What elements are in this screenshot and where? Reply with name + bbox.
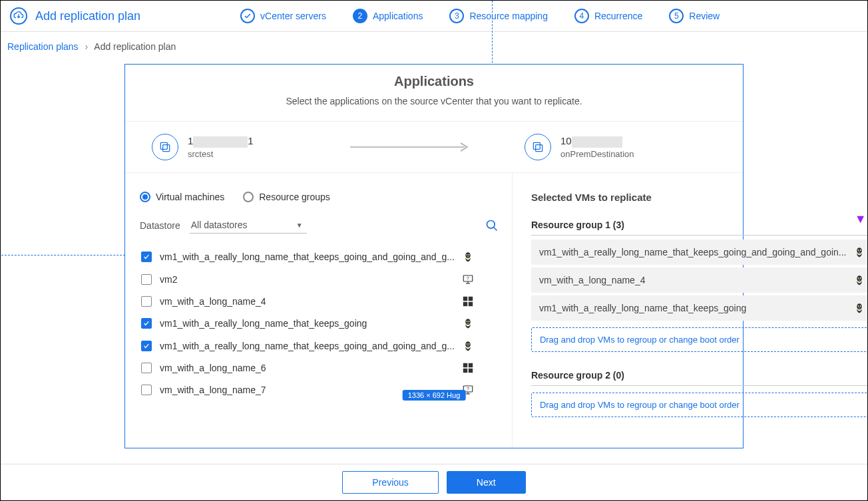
radio-icon xyxy=(140,192,150,202)
svg-point-44 xyxy=(859,305,861,307)
check-icon xyxy=(240,9,255,23)
datastore-select[interactable]: All datastores ▼ xyxy=(190,217,307,234)
source-dest-bar: 1xxxxxxx1 srctest 10xxxxxxx onPremDestin… xyxy=(125,121,743,173)
svg-rect-3 xyxy=(533,142,540,149)
header: Add replication plan vCenter servers 2 A… xyxy=(1,1,867,32)
caret-down-icon: ▼ xyxy=(296,222,303,229)
step-number: 4 xyxy=(574,9,589,23)
group-title: Resource group 1 (3) xyxy=(531,220,624,230)
svg-point-39 xyxy=(859,277,861,279)
vm-row[interactable]: vm1_with_a_really_long_name_that_keeps_g… xyxy=(140,246,499,268)
source-name: srctest xyxy=(188,149,254,159)
radio-resource-groups[interactable]: Resource groups xyxy=(243,192,330,202)
radio-icon xyxy=(243,192,254,202)
step-label: Review xyxy=(689,11,720,21)
step-label: Applications xyxy=(373,11,423,21)
svg-rect-26 xyxy=(463,369,467,373)
breadcrumb-current: Add replication plan xyxy=(94,41,176,52)
dest-name: onPremDestination xyxy=(560,149,634,159)
vm-checkbox[interactable] xyxy=(141,385,152,395)
step-number: 2 xyxy=(353,9,367,23)
select-value: All datastores xyxy=(191,220,248,230)
vm-row[interactable]: vm2? xyxy=(140,268,499,291)
panel-title: Applications xyxy=(125,74,743,89)
vm-row[interactable]: vm1_with_a_really_long_name_that_keeps_g… xyxy=(140,312,499,335)
resource-group-header: ▼Resource group 1 (3) xyxy=(531,219,868,236)
selected-vm-name: vm1_with_a_really_long_name_that_keeps_g… xyxy=(539,247,847,257)
linux-icon xyxy=(461,317,475,329)
windows-icon xyxy=(461,363,475,373)
svg-point-38 xyxy=(857,277,859,279)
vm-row[interactable]: vm_with_a_long_name_6 xyxy=(140,357,499,379)
drag-indicator-icon: ▼ xyxy=(855,212,867,226)
selected-vm-row[interactable]: vm1_with_a_really_long_name_that_keeps_g… xyxy=(531,295,868,321)
svg-point-34 xyxy=(859,250,861,251)
breadcrumb-root[interactable]: Replication plans xyxy=(7,41,79,52)
cloud-sync-icon xyxy=(10,7,27,25)
source-item: 1xxxxxxx1 srctest xyxy=(152,134,343,160)
vm-row[interactable]: vm1_with_a_really_long_name_that_keeps_g… xyxy=(140,335,499,357)
footer: Previous Next xyxy=(1,464,867,500)
step-review[interactable]: 5 Review xyxy=(669,9,720,23)
selected-panel: Selected VMs to replicate ▼Resource grou… xyxy=(513,173,868,448)
vcenter-icon xyxy=(525,134,551,160)
svg-rect-24 xyxy=(463,363,467,367)
selected-vm-name: vm1_with_a_really_long_name_that_keeps_g… xyxy=(539,303,847,313)
page-title: Add replication plan xyxy=(35,9,140,23)
vm-checkbox[interactable] xyxy=(141,251,152,262)
step-recurrence[interactable]: 4 Recurrence xyxy=(574,9,642,23)
search-icon[interactable] xyxy=(485,219,499,232)
linux-icon xyxy=(853,274,867,286)
vm-checkbox[interactable] xyxy=(141,341,152,351)
vm-name: vm1_with_a_really_long_name_that_keeps_g… xyxy=(160,341,455,351)
selected-vm-row[interactable]: vm_with_a_long_name_4 xyxy=(531,267,868,293)
vm-checkbox[interactable] xyxy=(141,363,152,373)
svg-point-43 xyxy=(857,305,859,307)
svg-rect-0 xyxy=(160,142,167,149)
previous-button[interactable]: Previous xyxy=(342,471,438,494)
dropzone[interactable]: Drag and drop VMs to regroup or change b… xyxy=(531,393,868,417)
svg-point-22 xyxy=(467,343,468,345)
datastore-label: Datastore xyxy=(140,220,180,231)
resource-group-header: Resource group 2 (0) xyxy=(531,369,868,386)
breadcrumb: Replication plans › Add replication plan xyxy=(1,32,867,64)
panel-header: Applications Select the applications on … xyxy=(125,65,743,121)
svg-line-6 xyxy=(493,227,497,230)
svg-point-8 xyxy=(467,254,468,255)
vm-checkbox[interactable] xyxy=(141,274,152,285)
svg-rect-14 xyxy=(463,297,467,301)
vm-checkbox[interactable] xyxy=(141,318,152,329)
svg-rect-16 xyxy=(463,302,467,306)
selected-vm-row[interactable]: vm1_with_a_really_long_name_that_keeps_g… xyxy=(531,240,868,265)
step-label: Resource mapping xyxy=(469,11,548,21)
step-applications[interactable]: 2 Applications xyxy=(353,9,423,23)
step-label: Recurrence xyxy=(594,11,642,21)
step-resource-mapping[interactable]: 3 Resource mapping xyxy=(449,9,548,23)
next-button[interactable]: Next xyxy=(447,471,526,494)
dropzone[interactable]: Drag and drop VMs to regroup or change b… xyxy=(531,327,868,352)
selected-title: Selected VMs to replicate xyxy=(531,192,868,203)
vm-row[interactable]: vm_with_a_long_name_4 xyxy=(140,291,499,312)
vm-checkbox[interactable] xyxy=(141,296,152,307)
svg-point-19 xyxy=(467,321,468,322)
step-number: 5 xyxy=(669,9,684,23)
wizard-steps: vCenter servers 2 Applications 3 Resourc… xyxy=(240,9,720,23)
svg-point-33 xyxy=(857,250,859,251)
vm-name: vm1_with_a_really_long_name_that_keeps_g… xyxy=(160,318,455,329)
selected-vm-name: vm_with_a_long_name_4 xyxy=(539,275,847,285)
radio-virtual-machines[interactable]: Virtual machines xyxy=(140,192,224,202)
step-vcenter[interactable]: vCenter servers xyxy=(240,9,326,23)
vm-name: vm1_with_a_really_long_name_that_keeps_g… xyxy=(160,251,455,262)
source-ip: 1xxxxxxx1 xyxy=(188,135,254,148)
linux-icon xyxy=(461,251,475,263)
svg-text:?: ? xyxy=(467,387,469,391)
windows-icon xyxy=(461,296,475,307)
canvas-size-badge: 1336 × 692 Hug xyxy=(403,390,466,401)
vm-name: vm_with_a_long_name_6 xyxy=(160,363,455,373)
vm-list: vm1_with_a_really_long_name_that_keeps_g… xyxy=(140,246,499,401)
vm-name: vm_with_a_long_name_4 xyxy=(160,296,455,307)
svg-point-23 xyxy=(469,343,470,345)
svg-rect-1 xyxy=(163,145,170,152)
svg-rect-17 xyxy=(469,302,473,306)
dest-item: 10xxxxxxx onPremDestination xyxy=(525,134,716,160)
